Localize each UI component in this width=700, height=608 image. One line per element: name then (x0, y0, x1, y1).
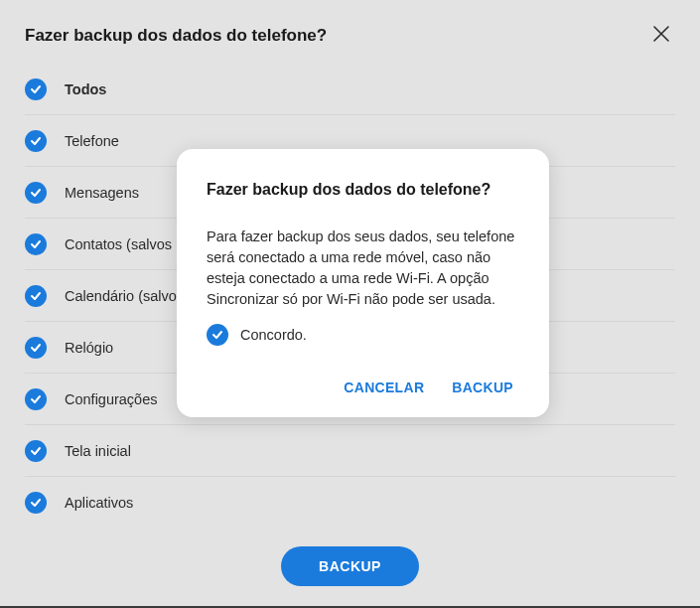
list-item-home[interactable]: Tela inicial (25, 425, 675, 477)
dialog-body: Para fazer backup dos seus dados, seu te… (207, 227, 519, 310)
check-icon (25, 337, 47, 359)
list-item-all[interactable]: Todos (25, 64, 675, 115)
close-icon (651, 24, 671, 44)
agree-checkbox[interactable]: Concordo. (207, 324, 519, 346)
list-item-label: Mensagens (65, 185, 139, 201)
list-item-apps[interactable]: Aplicativos (25, 477, 675, 529)
list-item-label: Contatos (salvos no (65, 236, 192, 252)
check-icon (25, 78, 47, 100)
list-item-label: Tela inicial (65, 443, 131, 459)
list-item-label: Calendário (salvo n (65, 288, 189, 304)
footer: BACKUP (0, 529, 700, 598)
confirm-backup-button[interactable]: BACKUP (452, 380, 513, 395)
list-item-label: Configurações (65, 391, 158, 407)
check-icon (25, 182, 47, 204)
check-icon (25, 285, 47, 307)
dialog-title: Fazer backup dos dados do telefone? (207, 181, 519, 199)
check-icon (25, 130, 47, 152)
list-item-label: Relógio (65, 340, 113, 356)
dialog-actions: CANCELAR BACKUP (207, 380, 519, 395)
cancel-button[interactable]: CANCELAR (344, 380, 424, 395)
check-icon (207, 324, 228, 346)
agree-label: Concordo. (240, 327, 307, 343)
check-icon (25, 388, 47, 410)
list-item-label: Aplicativos (65, 495, 133, 511)
check-icon (25, 440, 47, 462)
check-icon (25, 492, 47, 514)
list-item-label: Todos (65, 81, 106, 97)
header: Fazer backup dos dados do telefone? (0, 0, 700, 64)
list-item-label: Telefone (65, 133, 119, 149)
page-title: Fazer backup dos dados do telefone? (25, 26, 327, 46)
confirm-dialog: Fazer backup dos dados do telefone? Para… (177, 149, 549, 417)
close-button[interactable] (647, 20, 675, 52)
check-icon (25, 233, 47, 255)
backup-button[interactable]: BACKUP (281, 546, 419, 586)
